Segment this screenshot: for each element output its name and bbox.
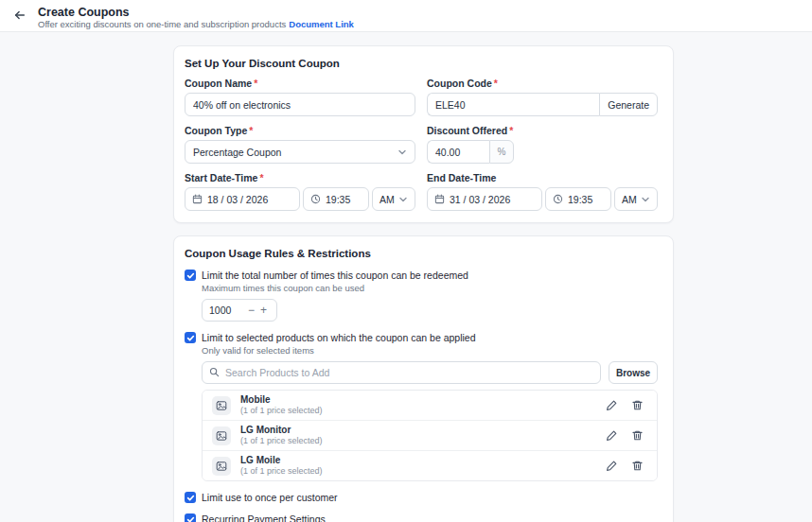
discount-input[interactable] [427,140,489,164]
product-detail: (1 of 1 price selected) [240,436,606,446]
setup-card-title: Set Up Your Discount Coupon [185,58,658,69]
setup-coupon-card: Set Up Your Discount Coupon Coupon Name*… [173,45,674,223]
page-title: Create Coupons [38,6,354,19]
clock-icon [553,194,563,204]
start-time-value: 19:35 [326,194,350,205]
product-row: LG Moile (1 of 1 price selected) [203,450,657,480]
product-name: LG Moile [240,455,606,466]
chevron-down-icon [397,148,407,157]
end-time-value: 19:35 [568,194,592,205]
increment-button[interactable]: + [257,304,270,316]
generate-button[interactable]: Generate [599,93,658,116]
start-date-input[interactable]: 18 / 03 / 2026 [185,187,300,211]
checkbox-checked-icon[interactable] [185,492,196,503]
edit-icon[interactable] [606,460,618,472]
start-datetime-field-group: Start Date-Time* 18 / 03 / 2026 19:35 [185,172,415,211]
coupon-code-label: Coupon Code* [427,78,658,89]
search-icon [209,367,220,377]
redeem-limit-helper: Maximum times this coupon can be used [202,283,658,293]
chevron-down-icon [641,195,650,204]
coupon-type-select[interactable]: Percentage Coupon [185,140,415,164]
discount-label-text: Discount Offered [427,125,507,136]
required-asterisk: * [249,125,253,136]
coupon-code-field-group: Coupon Code* Generate [427,78,658,116]
edit-icon[interactable] [606,399,618,411]
product-limit-checkbox-row[interactable]: Limit to selected products on which the … [185,332,658,343]
product-limit-group: Limit to selected products on which the … [185,332,658,481]
edit-icon[interactable] [606,429,618,442]
coupon-code-input[interactable] [427,93,599,116]
product-name: LG Monitor [240,425,606,436]
product-name: Mobile [240,394,606,406]
redeem-limit-checkbox-row[interactable]: Limit the total number of times this cou… [185,270,658,281]
start-meridiem-value: AM [380,194,395,205]
end-datetime-field-group: End Date-Time 31 / 03 / 2026 19:35 [427,172,658,211]
end-datetime-label-text: End Date-Time [427,172,496,183]
required-asterisk: * [259,172,263,183]
calendar-icon [192,194,203,204]
recurring-settings-group: Recurring Payment Settings For how long … [185,513,658,522]
once-per-customer-group: Limit use to once per customer [185,492,658,503]
product-limit-helper: Only valid for selected items [202,345,658,356]
delete-icon[interactable] [631,460,644,472]
product-image-placeholder-icon [212,426,231,445]
product-image-placeholder-icon [212,396,231,415]
delete-icon[interactable] [631,429,644,442]
product-limit-label: Limit to selected products on which the … [202,332,476,343]
back-arrow-icon[interactable] [13,9,28,24]
delete-icon[interactable] [631,399,644,411]
redeem-limit-group: Limit the total number of times this cou… [185,270,658,322]
start-datetime-label-text: Start Date-Time [185,172,257,183]
end-date-value: 31 / 03 / 2026 [450,194,510,205]
required-asterisk: * [509,125,513,136]
discount-field-group: Discount Offered* % [427,125,658,164]
checkbox-checked-icon[interactable] [185,270,196,281]
product-row: Mobile (1 of 1 price selected) [203,391,657,420]
redeem-limit-stepper[interactable]: 1000 − + [202,299,277,322]
coupon-type-field-group: Coupon Type* Percentage Coupon [185,125,415,164]
end-date-input[interactable]: 31 / 03 / 2026 [427,187,542,211]
usage-rules-card: Coupon Usage Rules & Restrictions Limit … [173,235,674,522]
product-image-placeholder-icon [212,457,231,476]
start-meridiem-select[interactable]: AM [372,187,415,211]
coupon-name-label-text: Coupon Name [185,78,252,89]
product-detail: (1 of 1 price selected) [240,466,606,477]
coupon-code-label-text: Coupon Code [427,78,492,89]
required-asterisk: * [254,78,257,89]
once-per-customer-checkbox-row[interactable]: Limit use to once per customer [185,492,658,503]
end-meridiem-select[interactable]: AM [614,187,658,211]
page-header: Create Coupons Offer exciting discounts … [0,0,812,32]
checkbox-checked-icon[interactable] [185,513,196,522]
recurring-label: Recurring Payment Settings [202,513,326,522]
start-time-input[interactable]: 19:35 [303,187,369,211]
subtitle-text: Offer exciting discounts on one-time and… [38,19,286,29]
start-datetime-label: Start Date-Time* [185,172,415,183]
required-asterisk: * [494,78,498,89]
checkbox-checked-icon[interactable] [185,332,196,343]
coupon-type-label: Coupon Type* [185,125,415,136]
decrement-button[interactable]: − [245,304,257,316]
selected-products-list: Mobile (1 of 1 price selected) [202,390,658,481]
browse-button[interactable]: Browse [609,361,658,384]
rules-card-title: Coupon Usage Rules & Restrictions [185,248,658,259]
page-subtitle: Offer exciting discounts on one-time and… [38,19,354,30]
start-date-value: 18 / 03 / 2026 [207,194,268,205]
percent-unit-suffix: % [489,140,514,164]
end-meridiem-value: AM [622,194,637,205]
coupon-name-input[interactable] [185,93,415,116]
end-time-input[interactable]: 19:35 [545,187,611,211]
product-search-row: Browse [202,361,658,384]
once-per-customer-label: Limit use to once per customer [202,492,338,503]
coupon-name-label: Coupon Name* [185,78,415,89]
product-row: LG Monitor (1 of 1 price selected) [203,420,657,450]
search-products-input[interactable] [202,361,601,384]
redeem-limit-value: 1000 [209,304,245,316]
coupon-type-label-text: Coupon Type [185,125,247,136]
document-link[interactable]: Document Link [289,19,354,29]
coupon-name-field-group: Coupon Name* [185,78,415,116]
recurring-checkbox-row[interactable]: Recurring Payment Settings [185,513,658,522]
redeem-limit-label: Limit the total number of times this cou… [202,270,468,281]
end-datetime-label: End Date-Time [427,172,658,183]
calendar-icon [434,194,445,204]
discount-label: Discount Offered* [427,125,658,136]
